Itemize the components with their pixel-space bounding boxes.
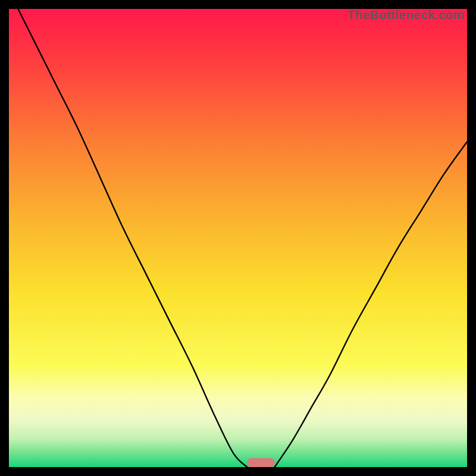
optimal-marker (247, 458, 274, 467)
bottleneck-curves (9, 9, 467, 467)
plot-area: TheBottleneck.com (9, 9, 467, 467)
watermark-text: TheBottleneck.com (347, 9, 465, 22)
figure-frame: TheBottleneck.com (0, 0, 476, 476)
curve-right (275, 142, 467, 467)
curve-left (18, 9, 247, 467)
